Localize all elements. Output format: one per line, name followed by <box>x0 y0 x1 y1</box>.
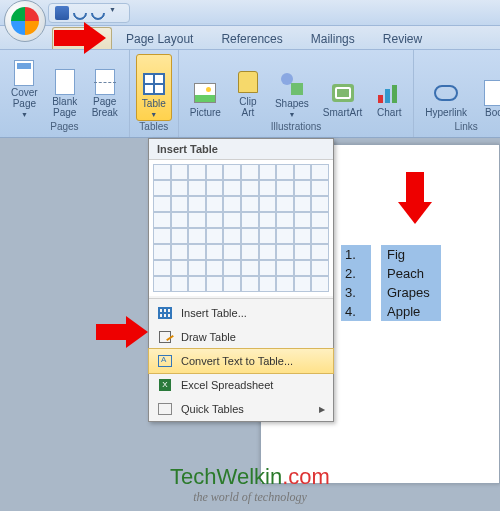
hyperlink-button[interactable]: Hyperlink <box>420 54 472 121</box>
grid-cell[interactable] <box>153 212 171 228</box>
grid-cell[interactable] <box>206 276 224 292</box>
grid-cell[interactable] <box>153 276 171 292</box>
insert-table-grid[interactable] <box>149 160 333 296</box>
list-item[interactable]: 2.Peach <box>341 264 441 283</box>
grid-cell[interactable] <box>153 260 171 276</box>
grid-cell[interactable] <box>294 180 312 196</box>
grid-cell[interactable] <box>171 244 189 260</box>
grid-cell[interactable] <box>241 244 259 260</box>
menu-insert-table[interactable]: Insert Table... <box>149 301 333 325</box>
grid-cell[interactable] <box>188 260 206 276</box>
tab-review[interactable]: Review <box>369 28 436 49</box>
grid-cell[interactable] <box>188 196 206 212</box>
grid-cell[interactable] <box>276 244 294 260</box>
grid-cell[interactable] <box>188 244 206 260</box>
blank-page-button[interactable]: BlankPage <box>47 54 83 121</box>
grid-cell[interactable] <box>153 228 171 244</box>
grid-cell[interactable] <box>223 260 241 276</box>
grid-cell[interactable] <box>276 180 294 196</box>
save-icon[interactable] <box>55 6 69 20</box>
grid-cell[interactable] <box>188 276 206 292</box>
grid-cell[interactable] <box>153 180 171 196</box>
qat-dropdown-icon[interactable]: ▼ <box>109 6 123 20</box>
grid-cell[interactable] <box>188 180 206 196</box>
tab-page-layout[interactable]: Page Layout <box>112 28 207 49</box>
grid-cell[interactable] <box>171 228 189 244</box>
grid-cell[interactable] <box>171 164 189 180</box>
grid-cell[interactable] <box>311 260 329 276</box>
list-item[interactable]: 4.Apple <box>341 302 441 321</box>
grid-cell[interactable] <box>241 212 259 228</box>
grid-cell[interactable] <box>259 228 277 244</box>
grid-cell[interactable] <box>311 196 329 212</box>
grid-cell[interactable] <box>153 164 171 180</box>
grid-cell[interactable] <box>294 164 312 180</box>
grid-cell[interactable] <box>276 196 294 212</box>
grid-cell[interactable] <box>311 212 329 228</box>
grid-cell[interactable] <box>294 212 312 228</box>
grid-cell[interactable] <box>241 180 259 196</box>
grid-cell[interactable] <box>171 276 189 292</box>
grid-cell[interactable] <box>276 228 294 244</box>
grid-cell[interactable] <box>241 196 259 212</box>
grid-cell[interactable] <box>206 228 224 244</box>
grid-cell[interactable] <box>259 276 277 292</box>
grid-cell[interactable] <box>294 196 312 212</box>
grid-cell[interactable] <box>223 196 241 212</box>
grid-cell[interactable] <box>223 244 241 260</box>
grid-cell[interactable] <box>223 164 241 180</box>
grid-cell[interactable] <box>188 164 206 180</box>
chart-button[interactable]: Chart <box>371 54 407 121</box>
grid-cell[interactable] <box>241 164 259 180</box>
grid-cell[interactable] <box>206 244 224 260</box>
grid-cell[interactable] <box>259 196 277 212</box>
text-selection[interactable]: 1.Fig 2.Peach 3.Grapes 4.Apple <box>341 245 441 321</box>
grid-cell[interactable] <box>171 196 189 212</box>
grid-cell[interactable] <box>188 228 206 244</box>
cover-page-button[interactable]: CoverPage ▼ <box>6 54 43 121</box>
grid-cell[interactable] <box>171 260 189 276</box>
list-item[interactable]: 1.Fig <box>341 245 441 264</box>
grid-cell[interactable] <box>259 180 277 196</box>
grid-cell[interactable] <box>206 164 224 180</box>
grid-cell[interactable] <box>206 260 224 276</box>
table-button[interactable]: Table ▼ <box>136 54 172 121</box>
grid-cell[interactable] <box>223 180 241 196</box>
menu-quick-tables[interactable]: Quick Tables ▶ <box>149 397 333 421</box>
grid-cell[interactable] <box>259 164 277 180</box>
grid-cell[interactable] <box>311 180 329 196</box>
grid-cell[interactable] <box>241 276 259 292</box>
grid-cell[interactable] <box>311 244 329 260</box>
smartart-button[interactable]: SmartArt <box>318 54 367 121</box>
bookmark-button[interactable]: Boo <box>476 54 500 121</box>
grid-cell[interactable] <box>188 212 206 228</box>
office-button[interactable] <box>4 0 46 42</box>
page-break-button[interactable]: PageBreak <box>87 54 123 121</box>
grid-cell[interactable] <box>276 164 294 180</box>
menu-draw-table[interactable]: Draw Table <box>149 325 333 349</box>
list-item[interactable]: 3.Grapes <box>341 283 441 302</box>
grid-cell[interactable] <box>276 276 294 292</box>
shapes-button[interactable]: Shapes ▼ <box>270 54 314 121</box>
grid-cell[interactable] <box>259 260 277 276</box>
grid-cell[interactable] <box>276 212 294 228</box>
grid-cell[interactable] <box>171 180 189 196</box>
menu-excel-spreadsheet[interactable]: X Excel Spreadsheet <box>149 373 333 397</box>
grid-cell[interactable] <box>206 180 224 196</box>
grid-cell[interactable] <box>276 260 294 276</box>
grid-cell[interactable] <box>311 276 329 292</box>
grid-cell[interactable] <box>153 244 171 260</box>
grid-cell[interactable] <box>223 276 241 292</box>
grid-cell[interactable] <box>311 228 329 244</box>
grid-cell[interactable] <box>153 196 171 212</box>
redo-icon[interactable] <box>88 3 108 23</box>
clip-art-button[interactable]: ClipArt <box>230 54 266 121</box>
grid-cell[interactable] <box>223 212 241 228</box>
grid-cell[interactable] <box>223 228 241 244</box>
grid-cell[interactable] <box>259 244 277 260</box>
tab-mailings[interactable]: Mailings <box>297 28 369 49</box>
tab-references[interactable]: References <box>207 28 296 49</box>
grid-cell[interactable] <box>294 260 312 276</box>
grid-cell[interactable] <box>171 212 189 228</box>
grid-cell[interactable] <box>206 212 224 228</box>
